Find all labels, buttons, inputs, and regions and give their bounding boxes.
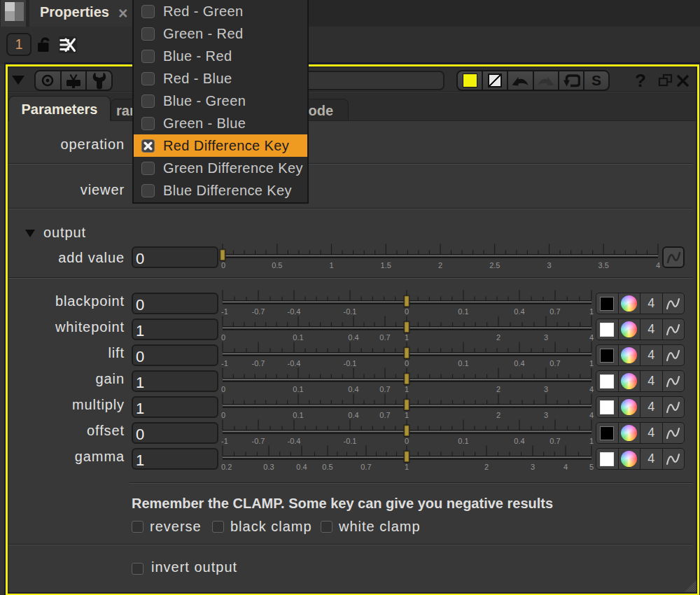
svg-text:0.4: 0.4 — [296, 463, 307, 471]
svg-text:0.3: 0.3 — [263, 463, 274, 471]
svg-text:0.5: 0.5 — [272, 261, 282, 270]
svg-text:5: 5 — [589, 463, 594, 471]
svg-text:1: 1 — [405, 463, 409, 471]
svg-text:0.7: 0.7 — [360, 463, 371, 471]
svg-text:3: 3 — [531, 463, 535, 471]
svg-text:3.5: 3.5 — [598, 261, 609, 270]
svg-text:0: 0 — [221, 261, 225, 270]
svg-text:2: 2 — [438, 261, 442, 270]
svg-text:3: 3 — [547, 261, 551, 270]
svg-text:0.2: 0.2 — [221, 463, 232, 471]
svg-text:2.5: 2.5 — [489, 261, 500, 270]
svg-text:0.5: 0.5 — [322, 463, 332, 471]
svg-text:1: 1 — [329, 261, 333, 270]
svg-text:4: 4 — [656, 261, 660, 270]
svg-text:2: 2 — [484, 463, 489, 471]
svg-text:4: 4 — [564, 463, 568, 471]
svg-text:1.5: 1.5 — [381, 261, 391, 270]
